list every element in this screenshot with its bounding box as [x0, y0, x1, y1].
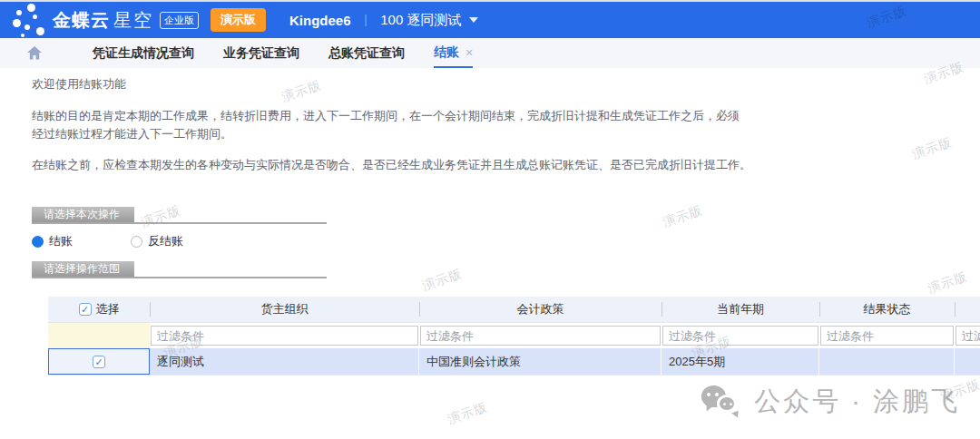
cell-value: 中国准则会计政策	[426, 354, 521, 370]
footer-brand: 公众号 · 涂鹏飞	[701, 384, 960, 420]
radio-option-close[interactable]: 结账	[32, 233, 73, 249]
tab-label: 业务凭证查询	[223, 45, 299, 62]
tab-label: 结账	[434, 44, 459, 61]
select-all-control[interactable]: ✓ 选择	[79, 301, 120, 317]
row-result-status-cell[interactable]	[819, 348, 955, 375]
radio-selected-icon[interactable]	[32, 236, 44, 248]
chevron-down-icon	[469, 17, 478, 23]
row-owner-org-cell[interactable]: 逐同测试	[150, 348, 419, 375]
row-extra-cell[interactable]	[955, 348, 980, 375]
tab-label: 总账凭证查询	[328, 45, 405, 62]
filter-input-accounting-policy[interactable]	[420, 326, 661, 346]
filter-cell-accounting-policy	[419, 323, 662, 348]
demo-version-badge[interactable]: 演示版	[211, 8, 266, 32]
cell-value: 2025年5期	[669, 354, 725, 370]
operation-radio-group: 结账 反结账	[32, 233, 980, 249]
demo-watermark: 演示版	[446, 399, 489, 428]
filter-input-result-status[interactable]	[820, 326, 954, 346]
radio-unselected-icon[interactable]	[131, 236, 142, 248]
radio-label: 反结账	[148, 233, 183, 249]
table-filter-row	[48, 323, 980, 348]
cell-value: 逐同测试	[157, 354, 204, 370]
kingdee-logo-icon	[13, 3, 45, 37]
wechat-icon	[701, 384, 743, 420]
filter-input-owner-org[interactable]	[151, 326, 418, 346]
column-header-label: 当前年期	[717, 301, 764, 317]
checkbox-checked-icon[interactable]: ✓	[93, 356, 105, 368]
tab-gl-voucher-query[interactable]: 总账凭证查询	[328, 38, 405, 68]
tab-voucher-generation-query[interactable]: 凭证生成情况查询	[93, 38, 194, 68]
scope-section-header: 请选择操作范围	[32, 261, 327, 278]
filter-input-current-period[interactable]	[662, 326, 818, 346]
table-header-row: ✓ 选择 货主组织 会计政策 当前年期 结果状态	[48, 297, 980, 323]
column-header-label: 结果状态	[864, 301, 911, 317]
scope-section-title: 请选择操作范围	[32, 261, 134, 277]
filter-cell-extra	[955, 323, 980, 348]
topbar: 金蝶云 星空 企业版 演示版 Kingdee6 ｜ 100 逐同测试	[0, 2, 980, 38]
closing-description-paragraph: 结账的目的是肯定本期的工作成果，结转折旧费用，进入下一工作期间，在一个会计期间结…	[32, 107, 743, 143]
footer-brand-text: 公众号 · 涂鹏飞	[754, 384, 960, 420]
tab-business-voucher-query[interactable]: 业务凭证查询	[223, 38, 299, 68]
filter-cell-current-period	[662, 323, 819, 348]
main-content: 欢迎使用结账功能 结账的目的是肯定本期的工作成果，结转折旧费用，进入下一工作期间…	[0, 76, 980, 376]
app-menu-grid-icon[interactable]	[50, 46, 64, 60]
checkbox-checked-icon[interactable]: ✓	[79, 303, 92, 316]
closing-scope-table: ✓ 选择 货主组织 会计政策 当前年期 结果状态	[48, 297, 980, 376]
radio-option-reverse-close[interactable]: 反结账	[131, 233, 183, 249]
row-current-period-cell[interactable]: 2025年5期	[662, 348, 819, 375]
row-accounting-policy-cell[interactable]: 中国准则会计政策	[419, 348, 662, 375]
table-row[interactable]: ✓ 逐同测试 中国准则会计政策 2025年5期	[48, 348, 980, 376]
tabbar: 凭证生成情况查询 业务凭证查询 总账凭证查询 结账 ×	[0, 38, 980, 68]
closing-precheck-paragraph: 在结账之前，应检查本期发生的各种变动与实际情况是否吻合、是否已经生成业务凭证并且…	[32, 156, 980, 174]
filter-input-extra[interactable]	[956, 326, 980, 346]
account-switcher[interactable]: Kingdee6 ｜ 100 逐同测试	[289, 12, 478, 29]
brand-title: 金蝶云 星空	[53, 8, 153, 33]
row-select-cell[interactable]: ✓	[48, 348, 150, 375]
column-header-label: 会计政策	[517, 301, 564, 317]
brand-title-light: 星空	[113, 8, 153, 33]
tab-period-closing[interactable]: 结账 ×	[434, 38, 473, 68]
column-header-owner-org[interactable]: 货主组织	[150, 297, 419, 322]
brand-title-bold: 金蝶云	[53, 8, 110, 33]
column-header-current-period[interactable]: 当前年期	[662, 297, 819, 322]
column-header-accounting-policy[interactable]: 会计政策	[419, 297, 662, 322]
operation-section-title: 请选择本次操作	[32, 207, 134, 222]
tab-label: 凭证生成情况查询	[93, 45, 194, 62]
close-icon[interactable]: ×	[466, 45, 473, 60]
operation-section-header: 请选择本次操作	[32, 207, 327, 224]
column-header-select: ✓ 选择	[48, 297, 150, 322]
account-org: 100 逐同测试	[380, 12, 461, 29]
edition-badge: 企业版	[160, 12, 199, 29]
filter-cell-owner-org	[150, 323, 419, 348]
column-header-result-status[interactable]: 结果状态	[819, 297, 955, 322]
radio-label: 结账	[49, 233, 73, 249]
account-divider: ｜	[360, 12, 372, 28]
welcome-text: 欢迎使用结账功能	[32, 76, 980, 92]
filter-cell-result-status	[819, 323, 955, 348]
column-header-label: 选择	[96, 301, 120, 317]
filter-cell-select	[48, 323, 150, 348]
home-icon[interactable]	[27, 46, 42, 60]
column-header-label: 货主组织	[261, 301, 309, 317]
column-header-extra	[955, 297, 980, 322]
account-user: Kingdee6	[289, 13, 351, 28]
